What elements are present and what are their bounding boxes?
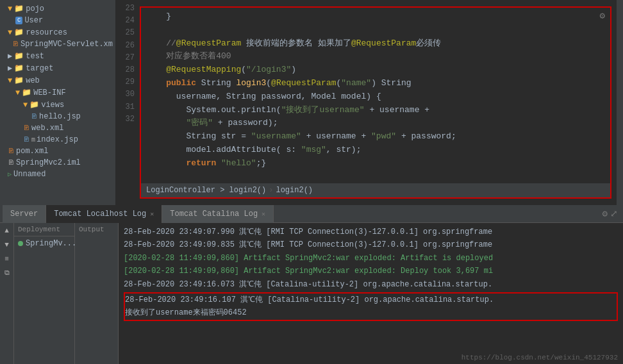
gear-icon[interactable]: ⚙ [600, 10, 605, 21]
log-line-1: 28-Feb-2020 23:49:07.990 淇℃伅 [RMI TCP Co… [124, 226, 618, 238]
code-wrapper: 23 24 25 26 27 28 29 30 31 32 ⚙ } //@Req… [115, 0, 623, 205]
tree-item-springmvc-servlet[interactable]: 🖹 SpringMVC-Servlet.xm [0, 38, 115, 50]
arrow-up-icon[interactable]: ▲ [2, 226, 12, 236]
breadcrumb-bar: LoginController > login2() › login2() [141, 183, 610, 197]
tree-item-springmvc2-iml[interactable]: 🖹 SpringMvc2.iml [0, 157, 115, 169]
tree-item-unnamed[interactable]: ▷ Unnamed [0, 169, 115, 180]
bottom-section: Server Tomcat Localhost Log ✕ Tomcat Cat… [0, 205, 623, 364]
file-tree: ▼ 📁 pojo C User ▼ 📁 resources 🖹 SpringMV… [0, 0, 115, 205]
tree-item-web-xml[interactable]: 🖹 web.xml [0, 122, 115, 134]
output-label: Output [75, 223, 119, 364]
tree-item-views[interactable]: ▼ 📁 views [0, 99, 115, 111]
log-line-4: [2020-02-28 11:49:09,860] Artifact Sprin… [124, 265, 618, 277]
arrow-down-icon[interactable]: ▼ [2, 240, 12, 250]
tree-item-resources[interactable]: ▼ 📁 resources [0, 26, 115, 38]
bottom-content: ▲ ▼ ≡ ⧉ Deployment SpringMv... Output 28… [0, 223, 623, 364]
tab-bar: Server Tomcat Localhost Log ✕ Tomcat Cat… [0, 205, 623, 223]
log-line-7-result: 接收到了username来福密码06452 [125, 306, 617, 319]
code-line-27: public String login3(@RequestParam("name… [146, 77, 610, 104]
code-line-30: model.addAttribute( s: "msg", str); [146, 144, 610, 157]
code-line-24 [146, 24, 610, 37]
code-line-26: @RequestMapping("/login3") [146, 63, 610, 77]
tab-tomcat-catalina[interactable]: Tomcat Catalina Log ✕ [162, 205, 274, 223]
settings-gear-icon[interactable]: ⚙ [602, 208, 608, 219]
breadcrumb-method: login2() [276, 186, 313, 195]
deployment-header: Deployment [14, 223, 74, 236]
code-editor[interactable]: ⚙ } //@RequestParam 接收前端的参数名 如果加了@Reques… [140, 6, 611, 199]
watermark: https://blog.csdn.net/weixin_45127932 [461, 354, 618, 361]
deployment-panel: Deployment SpringMv... [14, 223, 75, 364]
external-link-icon[interactable]: ⤢ [610, 208, 618, 219]
filter-icon[interactable]: ≡ [2, 254, 12, 264]
tree-item-pom-xml[interactable]: 🖹 pom.xml [0, 145, 115, 157]
tab-server[interactable]: Server [3, 205, 46, 223]
tree-item-target[interactable]: ▶ 📁 target [0, 62, 115, 74]
status-dot-green [18, 241, 23, 246]
scrollbar[interactable] [617, 0, 623, 205]
close-tab-catalina[interactable]: ✕ [262, 210, 265, 218]
code-line-25: //@RequestParam 接收前端的参数名 如果加了@RequestPar… [146, 37, 610, 51]
tree-item-webinf[interactable]: ▼ 📁 WEB-INF [0, 87, 115, 99]
code-line-31: return "hello";} [146, 157, 610, 170]
log-line-5: 28-Feb-2020 23:49:16.073 淇℃伅 [Catalina-u… [124, 278, 618, 291]
tree-item-pojo[interactable]: ▼ 📁 pojo [0, 3, 115, 15]
code-line-32 [146, 170, 610, 184]
top-section: ▼ 📁 pojo C User ▼ 📁 resources 🖹 SpringMV… [0, 0, 623, 205]
log-highlight-box: 28-Feb-2020 23:49:16.107 淇℃伅 [Catalina-u… [124, 292, 618, 321]
code-line-25b: 对应参数否着400 [146, 50, 610, 63]
tab-tomcat-localhost[interactable]: Tomcat Localhost Log ✕ [46, 205, 162, 223]
code-line-28: System.out.println("接收到了username" + user… [146, 104, 610, 131]
log-line-2: 28-Feb-2020 23:49:09.835 淇℃伅 [RMI TCP Co… [124, 238, 618, 251]
tree-item-web[interactable]: ▼ 📁 web [0, 74, 115, 87]
tree-item-hello-jsp[interactable]: 🖹 hello.jsp [0, 111, 115, 122]
code-line-29: String str = "username" + username + "pw… [146, 130, 610, 144]
breadcrumb-controller: LoginController > login2() [146, 186, 266, 195]
tree-item-test[interactable]: ▶ 📁 test [0, 50, 115, 62]
tree-item-user[interactable]: C User [0, 15, 115, 26]
line-numbers: 23 24 25 26 27 28 29 30 31 32 [115, 0, 138, 205]
output-panel: Output 28-Feb-2020 23:49:07.990 淇℃伅 [RMI… [75, 223, 623, 364]
springmvc-item[interactable]: SpringMv... [14, 236, 74, 251]
close-tab-localhost[interactable]: ✕ [150, 210, 154, 218]
log-line-6: 28-Feb-2020 23:49:16.107 淇℃伅 [Catalina-u… [125, 294, 617, 306]
copy-icon[interactable]: ⧉ [2, 268, 12, 278]
code-line-23: } [146, 10, 610, 24]
tree-item-index-jsp[interactable]: 🖹 m index.jsp [0, 134, 115, 145]
icons-panel: ▲ ▼ ≡ ⧉ [0, 223, 14, 364]
output-content: 28-Feb-2020 23:49:07.990 淇℃伅 [RMI TCP Co… [119, 223, 623, 364]
log-line-3: [2020-02-28 11:49:09,860] Artifact Sprin… [124, 252, 618, 265]
